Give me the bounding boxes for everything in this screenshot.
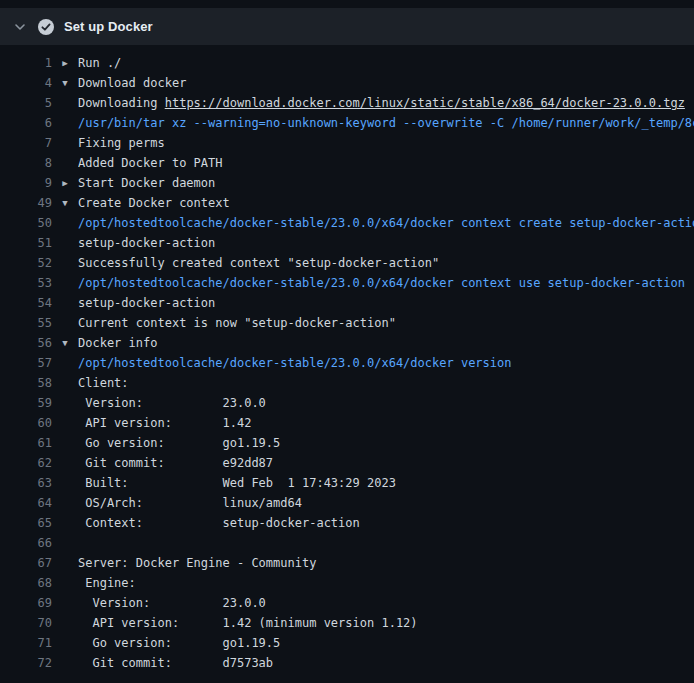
line-number[interactable]: 64 [0, 493, 52, 513]
log-text: Download docker [78, 73, 694, 93]
line-number[interactable]: 65 [0, 513, 52, 533]
line-number[interactable]: 1 [0, 53, 52, 73]
line-number[interactable]: 49 [0, 193, 52, 213]
log-text: Run ./ [78, 53, 694, 73]
line-number[interactable]: 61 [0, 433, 52, 453]
log-line: 51setup-docker-action [0, 233, 694, 253]
log-text: Git commit: e92dd87 [78, 453, 694, 473]
line-number[interactable]: 69 [0, 593, 52, 613]
log-text: Client: [78, 373, 694, 393]
log-group-line[interactable]: 49▼Create Docker context [0, 193, 694, 213]
log-group-line[interactable]: 4▼Download docker [0, 73, 694, 93]
log-text: Added Docker to PATH [78, 153, 694, 173]
line-number[interactable]: 52 [0, 253, 52, 273]
line-number[interactable]: 5 [0, 93, 52, 113]
line-number[interactable]: 51 [0, 233, 52, 253]
log-line: 69 Version: 23.0.0 [0, 593, 694, 613]
log-command-text: /opt/hostedtoolcache/docker-stable/23.0.… [78, 216, 694, 230]
arrow-spacer [52, 553, 78, 573]
line-number[interactable]: 59 [0, 393, 52, 413]
log-text: setup-docker-action [78, 293, 694, 313]
log-link[interactable]: https://download.docker.com/linux/static… [165, 96, 685, 110]
line-number[interactable]: 9 [0, 173, 52, 193]
log-group-line[interactable]: 9▶Start Docker daemon [0, 173, 694, 193]
line-number[interactable]: 60 [0, 413, 52, 433]
log-text: Successfully created context "setup-dock… [78, 253, 694, 273]
log-line: 66 [0, 533, 694, 553]
log-text-segment: Go version: go1.19.5 [78, 436, 280, 450]
arrow-spacer [52, 373, 78, 393]
arrow-spacer [52, 213, 78, 233]
check-circle-icon [38, 19, 54, 35]
line-number[interactable]: 57 [0, 353, 52, 373]
log-text-segment: setup-docker-action [78, 236, 215, 250]
arrow-spacer [52, 513, 78, 533]
log-group-line[interactable]: 1▶Run ./ [0, 53, 694, 73]
arrow-spacer [52, 493, 78, 513]
line-number[interactable]: 6 [0, 113, 52, 133]
log-text-segment: Added Docker to PATH [78, 156, 223, 170]
log-line: 58Client: [0, 373, 694, 393]
group-collapsed-icon[interactable]: ▶ [52, 173, 78, 193]
line-number[interactable]: 53 [0, 273, 52, 293]
log-line: 64 OS/Arch: linux/amd64 [0, 493, 694, 513]
log-text: setup-docker-action [78, 233, 694, 253]
line-number[interactable]: 56 [0, 333, 52, 353]
log-text: Current context is now "setup-docker-act… [78, 313, 694, 333]
log-group-line[interactable]: 56▼Docker info [0, 333, 694, 353]
line-number[interactable]: 66 [0, 533, 52, 553]
group-expanded-icon[interactable]: ▼ [52, 193, 78, 213]
log-text-segment: Go version: go1.19.5 [78, 636, 280, 650]
log-text-segment: Server: Docker Engine - Community [78, 556, 316, 570]
line-number[interactable]: 67 [0, 553, 52, 573]
line-number[interactable]: 50 [0, 213, 52, 233]
log-text-segment: API version: 1.42 [78, 416, 251, 430]
log-text-segment: Engine: [78, 576, 136, 590]
log-text [78, 533, 694, 553]
log-line: 6/usr/bin/tar xz --warning=no-unknown-ke… [0, 113, 694, 133]
arrow-spacer [52, 573, 78, 593]
log-text-segment: Current context is now "setup-docker-act… [78, 316, 396, 330]
arrow-spacer [52, 233, 78, 253]
log-text-segment: Version: 23.0.0 [78, 396, 266, 410]
log-line: 70 API version: 1.42 (minimum version 1.… [0, 613, 694, 633]
log-text: Built: Wed Feb 1 17:43:29 2023 [78, 473, 694, 493]
line-number[interactable]: 72 [0, 653, 52, 673]
line-number[interactable]: 62 [0, 453, 52, 473]
group-expanded-icon[interactable]: ▼ [52, 333, 78, 353]
log-text: Go version: go1.19.5 [78, 633, 694, 653]
log-line: 71 Go version: go1.19.5 [0, 633, 694, 653]
workflow-step-log: Set up Docker 1▶Run ./4▼Download docker5… [0, 0, 694, 683]
line-number[interactable]: 68 [0, 573, 52, 593]
log-text-segment: Fixing perms [78, 136, 165, 150]
log-text-segment: OS/Arch: linux/amd64 [78, 496, 302, 510]
chevron-down-icon[interactable] [14, 21, 26, 33]
line-number[interactable]: 63 [0, 473, 52, 493]
log-text-segment: setup-docker-action [78, 296, 215, 310]
line-number[interactable]: 4 [0, 73, 52, 93]
arrow-spacer [52, 133, 78, 153]
line-number[interactable]: 7 [0, 133, 52, 153]
line-number[interactable]: 8 [0, 153, 52, 173]
line-number[interactable]: 58 [0, 373, 52, 393]
line-number[interactable]: 71 [0, 633, 52, 653]
step-header[interactable]: Set up Docker [0, 8, 694, 45]
arrow-spacer [52, 433, 78, 453]
group-expanded-icon[interactable]: ▼ [52, 73, 78, 93]
arrow-spacer [52, 93, 78, 113]
line-number[interactable]: 54 [0, 293, 52, 313]
arrow-spacer [52, 253, 78, 273]
line-number[interactable]: 70 [0, 613, 52, 633]
log-text-segment: Context: setup-docker-action [78, 516, 360, 530]
line-number[interactable]: 55 [0, 313, 52, 333]
log-text-segment: Create Docker context [78, 196, 230, 210]
arrow-spacer [52, 613, 78, 633]
arrow-spacer [52, 533, 78, 553]
log-line: 72 Git commit: d7573ab [0, 653, 694, 673]
log-text-segment: Version: 23.0.0 [78, 596, 266, 610]
log-command-text: /usr/bin/tar xz --warning=no-unknown-key… [78, 116, 694, 130]
group-collapsed-icon[interactable]: ▶ [52, 53, 78, 73]
log-line: 65 Context: setup-docker-action [0, 513, 694, 533]
log-text: Git commit: d7573ab [78, 653, 694, 673]
log-text: Fixing perms [78, 133, 694, 153]
